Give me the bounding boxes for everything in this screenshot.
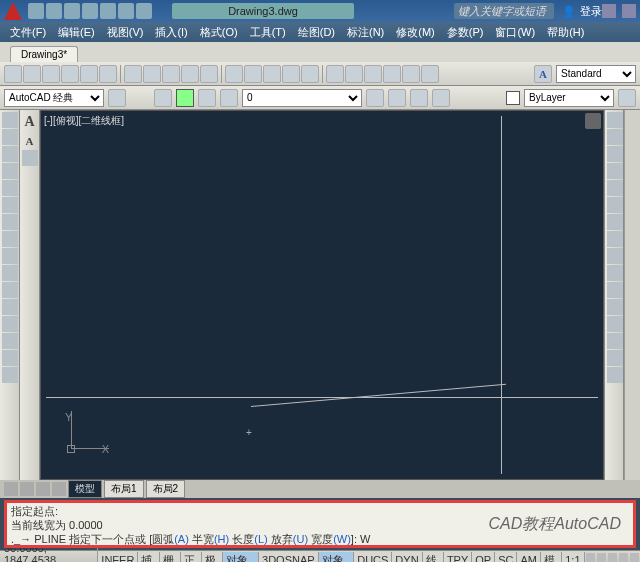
linetype-icon[interactable]: [618, 89, 636, 107]
menu-item[interactable]: 文件(F): [10, 25, 46, 40]
status-toggle[interactable]: TPY: [444, 552, 472, 563]
toolbar-icon[interactable]: [99, 65, 117, 83]
redo-icon[interactable]: [136, 3, 152, 19]
tab-nav-prev-icon[interactable]: [20, 482, 34, 496]
line-icon[interactable]: [2, 112, 18, 128]
toolbar-icon[interactable]: [200, 65, 218, 83]
menu-item[interactable]: 绘图(D): [298, 25, 335, 40]
toolbar-icon[interactable]: [23, 65, 41, 83]
status-toggle[interactable]: DUCS: [354, 552, 392, 563]
rect-icon[interactable]: [2, 163, 18, 179]
toolbar-icon[interactable]: [402, 65, 420, 83]
toolbar-icon[interactable]: [124, 65, 142, 83]
mtext-icon[interactable]: A: [22, 112, 37, 132]
toolbar-icon[interactable]: [263, 65, 281, 83]
ws-settings-icon[interactable]: [108, 89, 126, 107]
layer-select[interactable]: 0: [242, 89, 362, 107]
chamfer-icon[interactable]: [607, 333, 623, 349]
status-toggle[interactable]: SC: [495, 552, 517, 563]
menu-item[interactable]: 编辑(E): [58, 25, 95, 40]
layout-tab[interactable]: 布局1: [104, 480, 144, 498]
stretch-icon[interactable]: [607, 248, 623, 264]
toolbar-icon[interactable]: [244, 65, 262, 83]
break-icon[interactable]: [607, 299, 623, 315]
status-toggle[interactable]: 线宽: [423, 552, 444, 563]
gradient-icon[interactable]: [2, 299, 18, 315]
mtext-icon[interactable]: [2, 350, 18, 366]
toolbar-icon[interactable]: [4, 65, 22, 83]
status-toggle[interactable]: 极轴: [202, 552, 223, 563]
region-icon[interactable]: [2, 316, 18, 332]
layout-tab[interactable]: 布局2: [146, 480, 186, 498]
drawing-canvas[interactable]: [-][俯视][二维线框] + Y X: [40, 110, 604, 480]
polygon-icon[interactable]: [2, 146, 18, 162]
hatch-icon[interactable]: [2, 282, 18, 298]
menu-item[interactable]: 视图(V): [107, 25, 144, 40]
menu-item[interactable]: 窗口(W): [495, 25, 535, 40]
status-tray-icon[interactable]: [619, 553, 628, 563]
layer-freeze-icon[interactable]: [198, 89, 216, 107]
status-toggle[interactable]: QP: [472, 552, 495, 563]
layer-props-icon[interactable]: [154, 89, 172, 107]
status-right-button[interactable]: 1:1: [562, 552, 584, 563]
tab-nav-first-icon[interactable]: [4, 482, 18, 496]
menu-item[interactable]: 参数(P): [447, 25, 484, 40]
array-icon[interactable]: [607, 180, 623, 196]
status-toggle[interactable]: 对象追踪: [319, 552, 355, 563]
arc-icon[interactable]: [2, 180, 18, 196]
status-toggle[interactable]: 捕捉: [138, 552, 159, 563]
new-icon[interactable]: [28, 3, 44, 19]
undo-icon[interactable]: [118, 3, 134, 19]
erase-icon[interactable]: [607, 112, 623, 128]
menu-item[interactable]: 修改(M): [396, 25, 435, 40]
dtext-icon[interactable]: A: [22, 133, 37, 149]
join-icon[interactable]: [607, 316, 623, 332]
status-toggle[interactable]: 栅格: [160, 552, 181, 563]
move-icon[interactable]: [607, 197, 623, 213]
status-toggle[interactable]: 对象捕捉: [223, 552, 259, 563]
bylayer-select[interactable]: ByLayer: [524, 89, 614, 107]
workspace-select[interactable]: AutoCAD 经典: [4, 89, 104, 107]
layer-color-icon[interactable]: [176, 89, 194, 107]
app-logo-icon[interactable]: [4, 2, 22, 20]
vertical-scrollbar[interactable]: [624, 110, 640, 480]
status-tray-icon[interactable]: [586, 553, 595, 563]
menu-item[interactable]: 工具(T): [250, 25, 286, 40]
offset-icon[interactable]: [607, 163, 623, 179]
fillet-icon[interactable]: [607, 350, 623, 366]
status-toggle[interactable]: DYN: [392, 552, 422, 563]
menu-item[interactable]: 格式(O): [200, 25, 238, 40]
toolbar-icon[interactable]: [345, 65, 363, 83]
menu-item[interactable]: 标注(N): [347, 25, 384, 40]
spline-icon[interactable]: [2, 214, 18, 230]
extend-icon[interactable]: [607, 282, 623, 298]
navcube-icon[interactable]: [585, 113, 601, 129]
status-toggle[interactable]: INFER: [98, 552, 138, 563]
layer-lock-icon[interactable]: [220, 89, 238, 107]
exchange-icon[interactable]: [602, 4, 616, 18]
copy-icon[interactable]: [607, 129, 623, 145]
toolbar-icon[interactable]: [301, 65, 319, 83]
toolbar-icon[interactable]: [282, 65, 300, 83]
layer-filter4-icon[interactable]: [432, 89, 450, 107]
color-swatch-icon[interactable]: [506, 91, 520, 105]
toolbar-icon[interactable]: [326, 65, 344, 83]
viewport-label[interactable]: [-][俯视][二维线框]: [44, 114, 124, 128]
layer-filter2-icon[interactable]: [388, 89, 406, 107]
ucs-icon[interactable]: Y X: [59, 411, 109, 461]
toolbar-icon[interactable]: [421, 65, 439, 83]
toolbar-icon[interactable]: [143, 65, 161, 83]
textstyle-select[interactable]: Standard: [556, 65, 636, 83]
help-icon[interactable]: [622, 4, 636, 18]
search-input[interactable]: 键入关键字或短语: [454, 3, 554, 19]
toolbar-icon[interactable]: [364, 65, 382, 83]
status-tray-icon[interactable]: [597, 553, 606, 563]
save-icon[interactable]: [64, 3, 80, 19]
status-toggle[interactable]: 正交: [181, 552, 202, 563]
status-toggle[interactable]: AM: [517, 552, 541, 563]
scale-icon[interactable]: [607, 231, 623, 247]
tab-nav-last-icon[interactable]: [52, 482, 66, 496]
toolbar-icon[interactable]: [181, 65, 199, 83]
open-icon[interactable]: [46, 3, 62, 19]
insert-icon[interactable]: [2, 367, 18, 383]
